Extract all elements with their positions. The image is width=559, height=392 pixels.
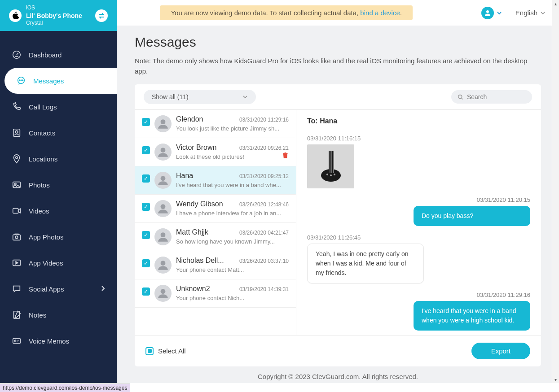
appvideos-icon bbox=[12, 258, 22, 268]
notes-icon bbox=[12, 310, 22, 320]
conversation-name: Matt Ghjjk bbox=[176, 228, 208, 236]
avatar-icon bbox=[154, 172, 172, 189]
user-menu[interactable] bbox=[481, 7, 502, 19]
checkbox-icon[interactable]: ✓ bbox=[142, 231, 150, 239]
appphotos-icon bbox=[12, 232, 22, 242]
sidebar-item-photos[interactable]: Photos bbox=[0, 172, 117, 198]
search-icon bbox=[458, 94, 463, 100]
messages-icon bbox=[16, 76, 26, 86]
conversation-name: Glendon bbox=[176, 115, 203, 123]
nav-label: App Photos bbox=[29, 233, 64, 241]
message-row: 03/31/2020 11:29:16I've heard that you w… bbox=[307, 292, 530, 331]
sidebar-item-app-videos[interactable]: App Videos bbox=[0, 250, 117, 276]
device-name: Lil' Bobby's Phone bbox=[26, 12, 91, 20]
chat-to: To: Hana bbox=[307, 117, 530, 125]
sidebar-item-contacts[interactable]: Contacts bbox=[0, 120, 117, 146]
svg-point-30 bbox=[326, 174, 328, 175]
sidebar-item-messages[interactable]: Messages bbox=[4, 68, 117, 94]
chevron-down-icon bbox=[497, 10, 502, 16]
bind-device-link[interactable]: bind a device bbox=[360, 9, 400, 17]
avatar-icon bbox=[154, 144, 172, 161]
svg-point-24 bbox=[161, 289, 166, 294]
checkbox-icon[interactable]: ✓ bbox=[142, 287, 150, 296]
conversation-preview: Your phone contact Nich... bbox=[176, 295, 289, 301]
svg-point-2 bbox=[19, 80, 20, 81]
conversation-item[interactable]: ✓Hana03/31/2020 09:25:12I've heard that … bbox=[135, 166, 296, 195]
nav-label: Voice Memos bbox=[29, 337, 69, 345]
svg-point-7 bbox=[16, 157, 18, 159]
scrollbar[interactable]: ▴ ▾ bbox=[552, 0, 559, 383]
image-message[interactable] bbox=[307, 144, 354, 188]
sidebar-item-dashboard[interactable]: Dashboard bbox=[0, 42, 117, 68]
checkbox-icon[interactable]: ✓ bbox=[142, 203, 150, 211]
conversation-name: Nicholas Dell... bbox=[176, 257, 224, 265]
avatar-icon bbox=[154, 228, 172, 245]
search-box[interactable] bbox=[451, 90, 532, 104]
conversation-item[interactable]: ✓Wendy Gibson03/26/2020 12:48:46I have a… bbox=[135, 195, 296, 223]
conversation-item[interactable]: ✓Glendon03/31/2020 11:29:16You look just… bbox=[135, 110, 296, 138]
scroll-down-icon[interactable]: ▾ bbox=[552, 376, 559, 383]
conversation-time: 03/31/2020 09:25:12 bbox=[239, 173, 289, 179]
conversation-item[interactable]: ✓Nicholas Dell...03/26/2020 03:37:10Your… bbox=[135, 251, 296, 279]
dashboard-icon bbox=[12, 50, 22, 60]
swap-icon[interactable] bbox=[95, 9, 108, 22]
avatar-icon bbox=[154, 285, 172, 302]
message-bubble-in: Yeah, I was in one pretty early on when … bbox=[307, 244, 424, 283]
svg-rect-10 bbox=[13, 209, 18, 213]
checkbox-icon[interactable]: ✓ bbox=[142, 118, 150, 126]
device-sub: Crystal bbox=[26, 20, 91, 27]
conversation-item[interactable]: ✓Matt Ghjjk03/26/2020 04:21:47So how lon… bbox=[135, 223, 296, 251]
checkbox-icon[interactable]: ✓ bbox=[142, 259, 150, 267]
scroll-up-icon[interactable]: ▴ bbox=[552, 0, 559, 7]
conversation-preview: I have a phone interview for a job in an… bbox=[176, 210, 289, 217]
trash-icon[interactable] bbox=[282, 152, 289, 161]
sidebar-item-app-photos[interactable]: App Photos bbox=[0, 224, 117, 250]
conversation-time: 03/31/2020 09:26:21 bbox=[239, 145, 289, 151]
main: You are now viewing demo data. To start … bbox=[117, 0, 559, 383]
page-title: Messages bbox=[135, 35, 541, 50]
conversation-item[interactable]: ✓Unknown203/19/2020 14:39:31Your phone c… bbox=[135, 279, 296, 308]
sidebar-nav: DashboardMessagesCall LogsContactsLocati… bbox=[0, 31, 117, 354]
svg-rect-27 bbox=[333, 151, 334, 173]
avatar-icon bbox=[154, 257, 172, 274]
sidebar-item-voice-memos[interactable]: Voice Memos bbox=[0, 328, 117, 354]
message-bubble-out: I've heard that you were in a band when … bbox=[414, 301, 530, 331]
sidebar-item-videos[interactable]: Videos bbox=[0, 198, 117, 224]
nav-label: App Videos bbox=[29, 259, 63, 267]
svg-point-31 bbox=[330, 174, 332, 176]
conversation-name: Wendy Gibson bbox=[176, 200, 223, 208]
conversation-preview: Your phone contact Matt... bbox=[176, 266, 289, 273]
export-button[interactable]: Export bbox=[471, 343, 530, 359]
sidebar-item-social-apps[interactable]: Social Apps bbox=[0, 276, 117, 302]
search-input[interactable] bbox=[467, 93, 526, 100]
message-timestamp: 03/31/2020 11:29:16 bbox=[307, 292, 530, 298]
filter-dropdown[interactable]: Show all (11) bbox=[144, 90, 256, 104]
checkbox-icon[interactable]: ✓ bbox=[142, 146, 150, 154]
svg-point-12 bbox=[15, 236, 18, 239]
topbar: You are now viewing demo data. To start … bbox=[117, 0, 559, 26]
photos-icon bbox=[12, 180, 22, 190]
device-header[interactable]: iOS Lil' Bobby's Phone Crystal bbox=[0, 0, 117, 31]
nav-label: Notes bbox=[29, 311, 46, 319]
svg-point-19 bbox=[161, 148, 166, 152]
sidebar-item-call-logs[interactable]: Call Logs bbox=[0, 94, 117, 120]
nav-label: Dashboard bbox=[29, 51, 62, 59]
conversation-time: 03/19/2020 14:39:31 bbox=[239, 286, 289, 292]
conversation-preview: You look just like the picture Jimmy sh.… bbox=[176, 125, 289, 132]
language-select[interactable]: English bbox=[515, 9, 546, 17]
conversation-name: Unknown2 bbox=[176, 285, 210, 293]
message-timestamp: 03/31/2020 11:26:45 bbox=[307, 234, 530, 241]
sidebar-item-notes[interactable]: Notes bbox=[0, 302, 117, 328]
messages-panel: Show all (11) ✓Glendon03/31/2020 11:29:1… bbox=[135, 84, 541, 366]
device-os: iOS bbox=[26, 4, 91, 12]
location-icon bbox=[12, 154, 22, 164]
apple-icon bbox=[9, 9, 22, 22]
select-all[interactable]: Select All bbox=[145, 347, 186, 355]
sidebar-item-locations[interactable]: Locations bbox=[0, 146, 117, 172]
conversation-preview: Look at these old pictures! bbox=[176, 153, 289, 160]
banner-text: You are now viewing demo data. To start … bbox=[171, 9, 360, 17]
checkbox-icon[interactable]: ✓ bbox=[142, 174, 150, 183]
svg-point-22 bbox=[161, 232, 166, 237]
conversation-time: 03/26/2020 03:37:10 bbox=[239, 258, 289, 264]
conversation-item[interactable]: ✓Victor Brown03/31/2020 09:26:21Look at … bbox=[135, 138, 296, 166]
